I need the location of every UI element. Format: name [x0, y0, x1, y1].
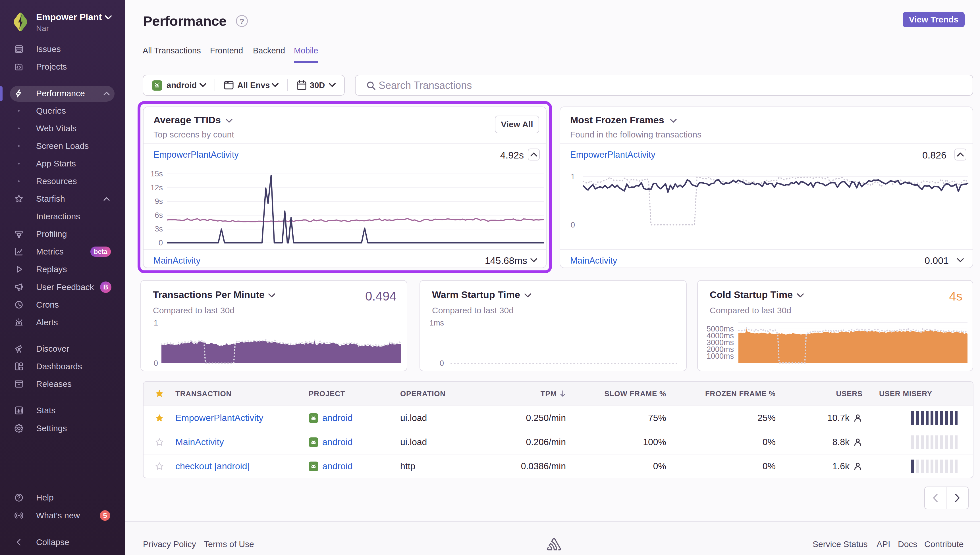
svg-text:15s: 15s	[150, 170, 163, 178]
svg-text:0: 0	[440, 359, 444, 367]
svg-text:0: 0	[159, 239, 163, 247]
svg-text:3s: 3s	[154, 225, 163, 233]
svg-text:0: 0	[154, 359, 158, 367]
svg-text:9s: 9s	[154, 197, 163, 205]
svg-text:12s: 12s	[150, 183, 163, 192]
svg-text:0: 0	[571, 221, 575, 229]
svg-text:1: 1	[571, 172, 575, 181]
svg-text:1ms: 1ms	[429, 319, 444, 327]
svg-text:6s: 6s	[154, 211, 163, 220]
svg-text:1: 1	[154, 319, 158, 327]
svg-text:1000ms: 1000ms	[707, 352, 734, 361]
